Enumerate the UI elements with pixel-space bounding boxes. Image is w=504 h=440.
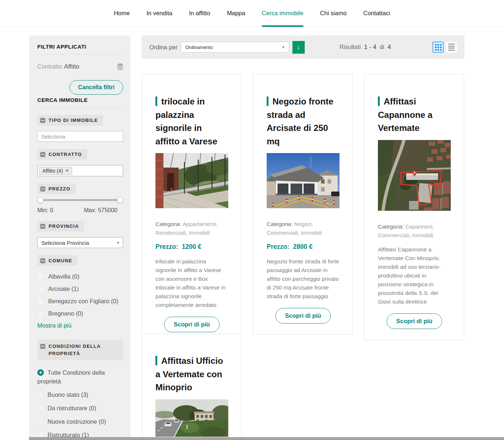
list-view-button[interactable] xyxy=(446,42,457,53)
property-photo-storefront[interactable] xyxy=(267,153,340,208)
list-view-icon xyxy=(448,43,455,52)
nav-item-contattaci[interactable]: Contattaci xyxy=(363,0,390,26)
property-description: Negozio fronte strada di forte passaggio… xyxy=(267,257,340,301)
filter-section-condizioni[interactable]: CONDIZIONI DELLA PROPRIETÀ xyxy=(37,340,123,360)
filters-applied-title: FILTRI APPLICATI xyxy=(37,44,123,50)
collapse-minus-icon xyxy=(40,258,45,263)
slider-handle-max[interactable] xyxy=(117,197,123,203)
comune-option-bregnano[interactable]: Bregnano (0) xyxy=(37,310,123,317)
slider-handle-min[interactable] xyxy=(37,197,43,203)
filter-section-tipo-di-immobile[interactable]: TIPO DI IMMOBILE xyxy=(37,115,103,126)
nav-item-cerca-immobile[interactable]: Cerca immobile xyxy=(262,0,304,26)
property-title-text: Negozio fronte strada ad Arcisate di 250… xyxy=(267,96,333,146)
results-total: 4 xyxy=(388,44,391,51)
collapse-minus-icon xyxy=(40,118,45,123)
provincia-select[interactable]: Seleziona Provincia ▾ xyxy=(37,237,123,248)
filter-section-label: PROVINCIA xyxy=(49,223,79,229)
nav-item-chi-siamo[interactable]: Chi siamo xyxy=(320,0,346,26)
results-toolbar: Ordina per Ordinamento ▾ ↓ Risultati 1 -… xyxy=(142,36,465,59)
discover-more-button[interactable]: Scopri di più xyxy=(387,313,442,329)
comune-option-label: Beregazzo con Figliaro (0) xyxy=(48,298,118,305)
condizioni-option-label: Nuova costruzione (0) xyxy=(47,418,106,425)
condizioni-option-tutte[interactable]: Tutte Condizioni della proprietà xyxy=(37,368,123,386)
property-title[interactable]: trilocale in palazzina signorile in affi… xyxy=(155,95,228,148)
provincia-select-value: Seleziona Provincia xyxy=(41,240,89,246)
nav-item-home[interactable]: Home xyxy=(114,0,130,26)
top-header: Home In vendita In affitto Mappa Cerca i… xyxy=(0,0,504,27)
cta-row: Scopri di più xyxy=(378,313,451,329)
tipo-immobile-input[interactable] xyxy=(37,131,123,142)
radio-icon[interactable] xyxy=(37,418,44,425)
comune-options: Albavilla (0) Arcisate (1) Beregazzo con… xyxy=(37,273,123,317)
radio-selected-icon[interactable] xyxy=(37,369,44,376)
title-accent-bar xyxy=(378,96,380,106)
discover-more-button[interactable]: Scopri di più xyxy=(275,308,331,324)
comune-option-beregazzo[interactable]: Beregazzo con Figliaro (0) xyxy=(37,297,123,305)
results-of-label: di xyxy=(380,44,384,50)
results-count: Risultati 1 - 4 di 4 xyxy=(340,44,391,51)
property-title[interactable]: Affittasi Ufficio a Vertemate con Minopr… xyxy=(155,354,228,394)
price-value: 1200 € xyxy=(182,243,201,250)
nav-item-in-affitto[interactable]: In affitto xyxy=(189,0,210,26)
price-label: Prezzo: xyxy=(155,243,178,250)
applied-filter-label: Contratto xyxy=(37,63,62,70)
comune-option-albavilla[interactable]: Albavilla (0) xyxy=(37,273,123,280)
condizioni-option-label: Tutte Condizioni della proprietà xyxy=(37,369,105,385)
property-photo-balcony[interactable] xyxy=(155,153,228,208)
tag-remove-icon[interactable]: ✕ xyxy=(66,168,69,173)
active-tab-underline xyxy=(262,25,304,27)
checkbox-icon[interactable] xyxy=(37,310,44,317)
radio-icon[interactable] xyxy=(37,391,44,398)
contratto-tag-input[interactable]: Affitto (4) ✕ xyxy=(37,165,123,176)
property-title[interactable]: Negozio fronte strada ad Arcisate di 250… xyxy=(267,95,340,148)
collapse-minus-icon xyxy=(40,186,45,192)
cta-row: Scopri di più xyxy=(267,308,340,324)
contratto-tag[interactable]: Affitto (4) ✕ xyxy=(39,167,72,175)
radio-icon[interactable] xyxy=(37,405,44,411)
price-line: Prezzo: 1200 € xyxy=(155,243,228,251)
show-more-link[interactable]: Mostra di più xyxy=(37,322,71,329)
property-photo-road[interactable] xyxy=(155,399,228,437)
filter-section-comune[interactable]: COMUNE xyxy=(37,255,78,266)
condizioni-options: Tutte Condizioni della proprietà Buono s… xyxy=(37,368,123,439)
nav-item-in-vendita[interactable]: In vendita xyxy=(146,0,172,26)
nav-item-mappa[interactable]: Mappa xyxy=(227,0,245,26)
property-card-ufficio-vertemate: Affittasi Ufficio a Vertemate con Minopr… xyxy=(142,334,242,440)
property-title-text: Affittasi Ufficio a Vertemate con Minopr… xyxy=(155,356,223,392)
price-max-label: Max: 575000 xyxy=(84,207,117,214)
filter-section-contratto[interactable]: CONTRATTO xyxy=(37,149,87,160)
property-title[interactable]: Affittasi Capannone a Vertemate xyxy=(378,95,451,135)
grid-view-button[interactable] xyxy=(433,42,443,53)
divider xyxy=(37,107,123,108)
sort-direction-button[interactable]: ↓ xyxy=(292,41,305,54)
chevron-down-icon: ▾ xyxy=(282,45,284,50)
chevron-down-icon: ▾ xyxy=(117,240,119,245)
clear-filters-button[interactable]: Cancella filtri xyxy=(70,80,123,95)
main-nav: Home In vendita In affitto Mappa Cerca i… xyxy=(0,0,504,26)
category-label: Categoria: xyxy=(267,221,293,227)
comune-option-arcisate[interactable]: Arcisate (1) xyxy=(37,285,123,292)
sort-select[interactable]: Ordinamento ▾ xyxy=(181,42,289,53)
filter-section-prezzo[interactable]: PREZZO xyxy=(37,184,76,194)
property-photo-satellite-map[interactable] xyxy=(378,140,451,211)
divider xyxy=(37,54,123,54)
remove-filter-button[interactable] xyxy=(117,63,123,70)
price-minmax-row: Min: 0 Max: 575000 xyxy=(37,207,123,214)
sort-by-label: Ordina per xyxy=(149,44,178,51)
sort-select-value: Ordinamento xyxy=(186,45,213,50)
checkbox-icon[interactable] xyxy=(37,298,44,305)
collapse-minus-icon xyxy=(40,152,45,157)
checkbox-icon[interactable] xyxy=(37,273,44,280)
filter-section-label: COMUNE xyxy=(49,258,72,263)
discover-more-button[interactable]: Scopri di più xyxy=(164,317,220,332)
condizioni-option-nuova-costruzione[interactable]: Nuova costruzione (0) xyxy=(37,417,123,426)
checkbox-icon[interactable] xyxy=(37,285,44,292)
category-line: Categoria: Appartamenti, Residenziali, I… xyxy=(155,220,228,237)
category-label: Categoria: xyxy=(155,221,182,227)
filter-section-provincia[interactable]: PROVINCIA xyxy=(37,221,84,231)
price-min-label: Min: 0 xyxy=(37,207,53,214)
nav-item-label: Cerca immobile xyxy=(262,10,304,17)
condizioni-option-da-ristrutturare[interactable]: Da ristrutturare (0) xyxy=(37,404,123,412)
condizioni-option-buono-stato[interactable]: Buono stato (3) xyxy=(37,390,123,399)
results-range: 1 - 4 xyxy=(364,44,376,51)
